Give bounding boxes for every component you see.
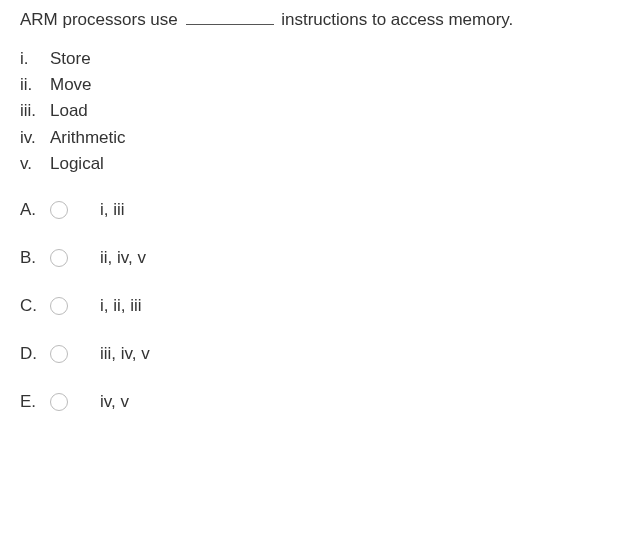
roman-text: Move [50,72,92,98]
roman-marker: iii. [20,98,50,124]
option-text: i, iii [100,200,622,220]
option-letter: A. [20,200,50,220]
roman-marker: i. [20,46,50,72]
roman-marker: iv. [20,125,50,151]
option-row: C. i, ii, iii [20,296,622,316]
option-letter: E. [20,392,50,412]
option-row: B. ii, iv, v [20,248,622,268]
question-stem: ARM processors use instructions to acces… [20,8,622,32]
roman-item: ii. Move [20,72,622,98]
radio-button[interactable] [50,297,68,315]
roman-marker: v. [20,151,50,177]
option-row: E. iv, v [20,392,622,412]
options-list: A. i, iii B. ii, iv, v C. i, ii, iii D. … [20,200,622,412]
roman-text: Arithmetic [50,125,126,151]
stem-before: ARM processors use [20,10,183,29]
option-letter: B. [20,248,50,268]
roman-text: Logical [50,151,104,177]
option-text: iii, iv, v [100,344,622,364]
option-text: i, ii, iii [100,296,622,316]
roman-item: i. Store [20,46,622,72]
roman-text: Load [50,98,88,124]
radio-button[interactable] [50,345,68,363]
stem-after: instructions to access memory. [277,10,514,29]
fill-blank [186,24,274,25]
roman-text: Store [50,46,91,72]
option-text: ii, iv, v [100,248,622,268]
roman-marker: ii. [20,72,50,98]
radio-button[interactable] [50,249,68,267]
roman-item: v. Logical [20,151,622,177]
option-row: A. i, iii [20,200,622,220]
radio-button[interactable] [50,201,68,219]
option-text: iv, v [100,392,622,412]
roman-item: iv. Arithmetic [20,125,622,151]
radio-button[interactable] [50,393,68,411]
roman-list: i. Store ii. Move iii. Load iv. Arithmet… [20,46,622,178]
option-row: D. iii, iv, v [20,344,622,364]
option-letter: C. [20,296,50,316]
option-letter: D. [20,344,50,364]
roman-item: iii. Load [20,98,622,124]
